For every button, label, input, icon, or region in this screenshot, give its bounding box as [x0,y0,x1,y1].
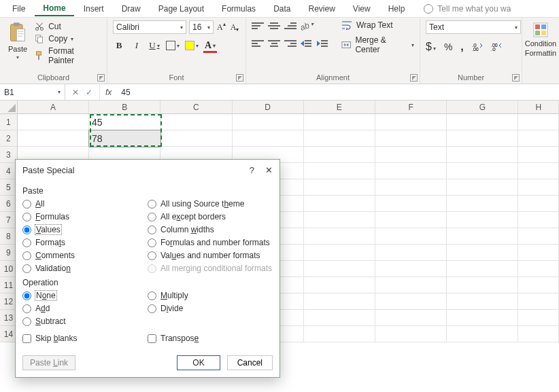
cell[interactable] [447,163,518,179]
copy-button[interactable]: Copy ▾ [34,34,101,43]
col-header[interactable]: H [518,101,559,114]
radio-formulas[interactable]: Formulas [22,211,148,222]
tell-me-search[interactable]: Tell me what you wa [424,4,511,14]
cell[interactable] [447,179,518,196]
cell[interactable] [375,179,447,196]
menu-insert[interactable]: Insert [75,2,112,16]
copy-dropdown-icon[interactable]: ▾ [71,36,73,42]
radio-comments[interactable]: Comments [22,250,148,261]
cell[interactable] [304,163,375,179]
menu-review[interactable]: Review [300,2,343,16]
menu-file[interactable]: File [4,2,33,16]
align-left-button[interactable] [252,38,264,49]
cell[interactable] [375,310,447,326]
radio-column-widths[interactable]: Column widths [148,224,273,235]
cell[interactable] [375,277,447,293]
cell[interactable] [518,228,559,245]
cell[interactable] [518,326,559,342]
fill-color-button[interactable]: ▾ [185,39,199,52]
decrease-font-button[interactable]: A▾ [229,22,240,33]
menu-home[interactable]: Home [35,1,73,16]
accounting-format-button[interactable]: $▾ [426,41,436,53]
dialog-launcher-alignment[interactable] [410,74,418,82]
menu-page-layout[interactable]: Page Layout [150,2,212,16]
increase-decimal-button[interactable]: .0.00 [472,41,483,52]
font-size-select[interactable]: 16▾ [189,20,214,34]
dialog-launcher-font[interactable] [236,74,243,82]
cell[interactable] [304,326,375,342]
cell[interactable] [160,130,232,147]
align-bottom-button[interactable] [284,20,297,31]
col-header[interactable]: C [160,101,232,114]
cell[interactable] [304,293,375,310]
radio-formats[interactable]: Formats [22,237,148,248]
cell[interactable] [304,245,375,261]
cell[interactable] [518,245,559,261]
cell[interactable] [518,179,559,196]
cell[interactable] [304,114,375,130]
decrease-decimal-button[interactable]: .00.0 [491,41,502,52]
cell[interactable] [518,310,559,326]
cell[interactable] [304,196,375,212]
cell[interactable] [304,228,375,245]
col-header[interactable]: G [447,101,518,114]
cell[interactable] [233,114,304,130]
cell[interactable] [447,196,518,212]
close-button[interactable]: ✕ [265,165,273,175]
radio-subtract[interactable]: Subtract [22,316,148,327]
paste-dropdown-icon[interactable]: ▾ [16,54,19,60]
transpose-checkbox[interactable]: Transpose [148,334,273,343]
cell[interactable]: 45 [89,114,160,130]
cell[interactable] [447,147,518,163]
cell[interactable] [447,130,518,147]
cell[interactable] [304,130,375,147]
percent-format-button[interactable]: % [444,41,452,52]
cell[interactable] [160,114,232,130]
cell[interactable] [233,130,304,147]
cell[interactable] [518,196,559,212]
radio-multiply[interactable]: Multiply [148,290,273,301]
col-header[interactable]: A [18,101,89,114]
cell[interactable] [447,245,518,261]
orientation-button[interactable]: ab▾ [299,18,314,33]
col-header[interactable]: F [375,101,447,114]
cell[interactable] [18,130,89,147]
dialog-launcher-clipboard[interactable] [97,74,105,82]
cancel-button[interactable]: Cancel [227,355,273,370]
cell[interactable] [447,326,518,342]
cell[interactable] [375,163,447,179]
cell[interactable] [18,114,89,130]
cell[interactable] [518,277,559,293]
borders-button[interactable]: ▾ [166,39,180,52]
cell[interactable] [518,130,559,147]
dialog-launcher-number[interactable] [512,74,520,82]
cell[interactable] [375,326,447,342]
cell[interactable] [304,261,375,277]
radio-values[interactable]: Values [22,224,148,235]
number-format-select[interactable]: Text▾ [426,20,521,34]
align-center-button[interactable] [268,38,280,49]
select-all-corner[interactable] [0,101,18,114]
row-header[interactable]: 1 [0,114,18,130]
cell[interactable] [518,114,559,130]
conditional-formatting-button[interactable]: Condition Formattin [528,20,554,58]
font-name-select[interactable]: Calibri▾ [113,20,186,34]
cell[interactable] [447,228,518,245]
radio-values-and-number-formats[interactable]: Values and number formats [148,250,273,261]
cell[interactable] [375,212,447,228]
cancel-formula-icon[interactable]: ✕ [72,88,79,97]
font-color-button[interactable]: A▾ [204,39,216,52]
radio-add[interactable]: Add [22,303,148,314]
menu-data[interactable]: Data [265,2,299,16]
align-middle-button[interactable] [268,20,280,31]
name-box[interactable]: B1▾ [0,84,65,100]
cell[interactable] [375,114,447,130]
cell[interactable] [518,147,559,163]
radio-formulas-and-number-formats[interactable]: Formulas and number formats [148,237,273,248]
enter-formula-icon[interactable]: ✓ [86,88,92,97]
cell[interactable] [304,277,375,293]
cell[interactable] [518,163,559,179]
menu-help[interactable]: Help [380,2,413,16]
merge-center-button[interactable]: Merge & Center ▾ [341,35,414,54]
increase-indent-button[interactable] [317,38,329,49]
